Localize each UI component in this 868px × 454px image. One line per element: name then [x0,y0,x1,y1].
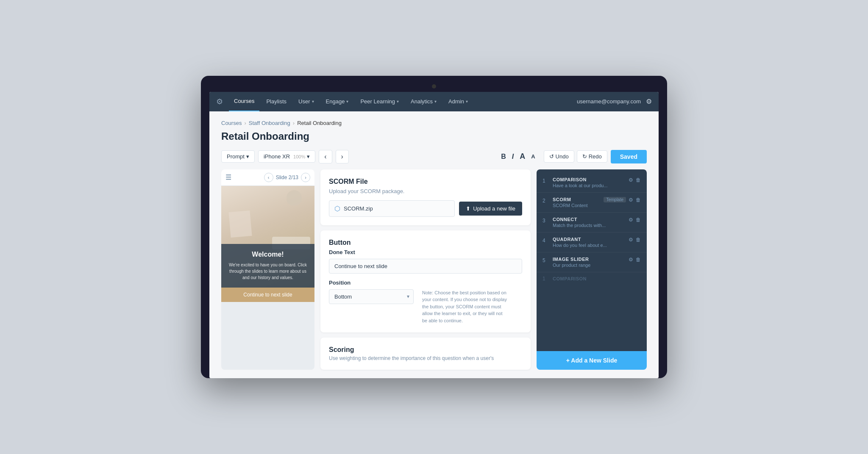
slide-num-5: 5 [542,257,548,263]
slide-gear-icon-3[interactable]: ⚙ [629,217,633,223]
slide-info-2: SCORM SCORM Content [553,197,599,208]
undo-icon: ↺ [549,153,554,160]
scorm-title: SCORM File [329,178,522,185]
slide-welcome-title: Welcome! [228,251,308,258]
template-badge-2: Template [604,197,626,202]
add-slide-button[interactable]: + Add a New Slide [537,351,647,370]
device-dropdown-arrow: ▾ [307,153,310,160]
scorm-file-row: ⬡ SCORM.zip ⬆ Upload a new file [329,200,522,217]
navbar-gear-icon[interactable]: ⚙ [216,97,223,106]
slide-name-2: SCORM [553,197,599,202]
slide-delete-icon-1[interactable]: 🗑 [636,177,641,183]
prompt-button[interactable]: Prompt ▾ [221,150,255,163]
slide-welcome-text: We're excited to have you on board. Clic… [228,262,308,281]
nav-item-engage[interactable]: Engage ▾ [321,92,354,111]
position-select-wrapper: Bottom Top Hidden ▾ [329,289,414,304]
breadcrumb-courses[interactable]: Courses [221,120,242,126]
slide-delete-icon-3[interactable]: 🗑 [636,217,641,223]
slide-num-4: 4 [542,238,548,244]
slide-actions-2: Template ⚙ 🗑 [604,197,641,203]
ghost-num: 1 [542,276,548,282]
slide-next-arrow[interactable]: › [301,173,310,182]
done-text-label: Done Text [329,249,522,255]
scorm-description: Upload your SCORM package. [329,188,522,194]
upload-button[interactable]: ⬆ Upload a new file [459,202,522,216]
redo-button[interactable]: ↻ Redo [577,150,607,163]
position-select[interactable]: Bottom Top Hidden [329,289,414,304]
navbar: ⚙ Courses Playlists User ▾ Engage ▾ Peer… [209,92,659,111]
slide-desc-5: Our product range [553,263,612,268]
nav-item-playlists[interactable]: Playlists [261,92,292,111]
slide-nav-bar: ☰ ‹ Slide 2/13 › [221,169,314,186]
nav-item-courses[interactable]: Courses [229,92,259,111]
main-content: Courses › Staff Onboarding › Retail Onbo… [209,111,659,379]
slide-list-item-3[interactable]: 3 CONNECT Match the products with... ⚙ 🗑 [537,213,647,233]
done-text-input[interactable] [329,259,522,274]
admin-dropdown-arrow: ▾ [466,99,468,104]
slide-gear-icon-1[interactable]: ⚙ [629,177,633,183]
scoring-card: Scoring Use weighting to determine the i… [320,338,531,370]
italic-button[interactable]: I [510,151,515,162]
slide-num-2: 2 [542,198,548,204]
slide-gear-icon-5[interactable]: ⚙ [629,257,633,263]
editor-toolbar: Prompt ▾ iPhone XR 100% ▾ ‹ › B I [221,150,647,163]
undo-redo-group: ↺ Undo ↻ Redo [544,150,607,163]
slide-prev-arrow[interactable]: ‹ [264,173,273,182]
ghost-name: COMPARISON [553,276,587,281]
slide-info-5: IMAGE SLIDER Our product range [553,257,624,268]
slide-delete-icon-2[interactable]: 🗑 [636,197,641,203]
slide-gear-icon-4[interactable]: ⚙ [629,237,633,243]
user-email: username@company.com [577,98,641,105]
breadcrumb: Courses › Staff Onboarding › Retail Onbo… [221,120,647,126]
slide-desc-4: How do you feel about e... [553,243,612,248]
page-title: Retail Onboarding [221,130,647,142]
slide-list-item-1[interactable]: 1 COMPARISON Have a look at our produ...… [537,173,647,193]
button-card: Button Done Text Position Bottom Top Hid… [320,230,531,333]
scoring-description: Use weighting to determine the importanc… [329,355,522,361]
font-size-small-button[interactable]: A [529,152,537,161]
analytics-dropdown-arrow: ▾ [434,99,437,104]
slide-name-3: CONNECT [553,217,624,222]
device-button[interactable]: iPhone XR 100% ▾ [258,150,315,163]
slide-actions-4: ⚙ 🗑 [629,237,641,243]
prev-slide-icon: ‹ [324,153,326,161]
nav-item-peer-learning[interactable]: Peer Learning ▾ [355,92,404,111]
slide-list-item-5[interactable]: 5 IMAGE SLIDER Our product range ⚙ 🗑 [537,252,647,272]
prev-slide-button[interactable]: ‹ [319,150,332,163]
navbar-settings-icon[interactable]: ⚙ [646,97,652,105]
slide-gear-icon-2[interactable]: ⚙ [629,197,633,203]
undo-button[interactable]: ↺ Undo [544,150,574,163]
next-slide-button[interactable]: › [336,150,349,163]
slide-image: Welcome! We're excited to have you on bo… [221,186,314,288]
slide-actions-5: ⚙ 🗑 [629,257,641,263]
nav-item-analytics[interactable]: Analytics ▾ [406,92,442,111]
slide-delete-icon-4[interactable]: 🗑 [636,237,641,243]
slide-menu-icon[interactable]: ☰ [225,173,231,181]
scorm-filename-box: ⬡ SCORM.zip [329,200,455,217]
slide-desc-1: Have a look at our produ... [553,183,612,188]
nav-item-admin[interactable]: Admin ▾ [443,92,473,111]
scorm-filename: SCORM.zip [344,205,373,212]
slide-preview-panel: ☰ ‹ Slide 2/13 › Welcome! We'r [221,169,314,370]
slide-info-1: COMPARISON Have a look at our produ... [553,177,624,188]
slide-counter: ‹ Slide 2/13 › [264,173,310,182]
saved-button[interactable]: Saved [611,150,647,163]
slide-delete-icon-5[interactable]: 🗑 [636,257,641,263]
slide-desc-3: Match the products with... [553,223,612,228]
breadcrumb-staff-onboarding[interactable]: Staff Onboarding [249,120,290,126]
nav-item-user[interactable]: User ▾ [293,92,319,111]
scorm-file-icon: ⬡ [334,205,340,213]
slide-deco-cup [287,190,302,205]
bold-button[interactable]: B [499,151,508,162]
slide-name-5: IMAGE SLIDER [553,257,624,262]
slide-actions-1: ⚙ 🗑 [629,177,641,183]
slides-list: 1 COMPARISON Have a look at our produ...… [537,169,647,352]
font-size-large-button[interactable]: A [518,150,527,163]
slide-list-item-4[interactable]: 4 QUADRANT How do you feel about e... ⚙ … [537,233,647,252]
slide-continue-bar: Continue to next slide [221,288,314,302]
slide-desc-2: SCORM Content [553,203,599,208]
ghost-slide-item: 1 COMPARISON [537,272,647,285]
position-label: Position [329,280,522,286]
slide-list-item-2[interactable]: 2 SCORM SCORM Content Template ⚙ 🗑 [537,193,647,213]
middle-panel: SCORM File Upload your SCORM package. ⬡ … [320,169,531,370]
